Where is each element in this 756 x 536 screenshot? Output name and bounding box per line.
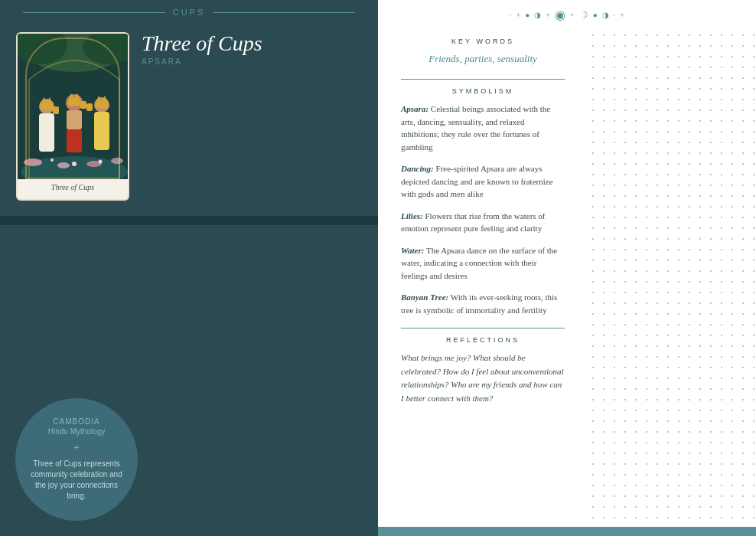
left-panel: CUPS (0, 0, 378, 536)
right-panel: · + ● ◑ + ◉ + ☽ ● ◑ · + KEY WORDS Friend… (378, 0, 756, 536)
separator-line-1 (401, 79, 565, 80)
right-main: KEY WORDS Friends, parties, sensuality S… (378, 30, 756, 527)
half-moon-icon-1: ◑ (534, 11, 541, 19)
term-lilies: Lilies: (401, 211, 423, 221)
half-moon-icon-2: ◑ (602, 11, 609, 19)
text-lilies: Flowers that rise from the waters of emo… (401, 211, 545, 234)
symbolism-item-water: Water: The Apsara dance on the surface o… (401, 244, 565, 283)
card-subtitle: APSARA (142, 57, 363, 66)
plus-icon-3: + (546, 11, 550, 19)
left-content: Three of Cups Three of Cups APSARA (0, 25, 378, 216)
symbolism-header: SYMBOLISM (401, 87, 565, 95)
full-moon-icon-2: ● (593, 11, 598, 19)
symbolism-item-lilies: Lilies: Flowers that rise from the water… (401, 210, 565, 235)
term-apsara: Apsara: (401, 104, 429, 113)
cups-label: CUPS (173, 8, 206, 17)
circle-country: CAMBODIA (53, 417, 99, 426)
moon-phases: · + ● ◑ + ◉ + ☽ ● ◑ · + (510, 8, 624, 22)
plus-icon-5: · (614, 11, 616, 19)
tarot-card-label: Three of Cups (18, 179, 128, 195)
right-top-bar: · + ● ◑ + ◉ + ☽ ● ◑ · + (378, 0, 756, 30)
reflections-section: What brings me joy? What should be celeb… (401, 351, 565, 405)
separator-line-2 (401, 328, 565, 328)
term-banyan: Banyan Tree: (401, 293, 448, 302)
large-circle-icon: ◉ (555, 8, 565, 22)
plus-icon-1: · (510, 11, 512, 19)
term-dancing: Dancing: (401, 164, 434, 173)
keywords-header: KEY WORDS (401, 38, 565, 45)
plus-icon-6: + (620, 11, 624, 19)
right-bottom-bar (378, 527, 756, 536)
dot-grid (588, 30, 756, 527)
plus-icon-4: + (570, 11, 575, 19)
tarot-card-container: Three of Cups (15, 32, 130, 201)
card-arch (25, 38, 120, 179)
content-area: KEY WORDS Friends, parties, sensuality S… (378, 30, 588, 527)
left-bottom-bar (0, 216, 378, 225)
left-top-bar: CUPS (0, 0, 378, 25)
circle-plus: + (73, 442, 80, 454)
card-title: Three of Cups (142, 32, 363, 56)
crescent-moon-icon: ☽ (579, 9, 588, 21)
left-text-col: Three of Cups APSARA (142, 32, 363, 201)
circle-info: CAMBODIA Hindu Mythology + Three of Cups… (15, 398, 138, 521)
tarot-card-image (18, 34, 128, 179)
symbolism-item-apsara: Apsara: Celestial beings associated with… (401, 103, 565, 153)
symbolism-section: Apsara: Celestial beings associated with… (401, 103, 565, 316)
plus-icon-2: + (516, 11, 521, 19)
text-water: The Apsara dance on the surface of the w… (401, 246, 557, 280)
term-water: Water: (401, 246, 424, 255)
full-moon-icon: ● (525, 11, 530, 19)
tarot-card: Three of Cups (16, 32, 129, 201)
reflections-header: REFLECTIONS (401, 336, 565, 344)
symbolism-item-banyan: Banyan Tree: With its ever-seeking roots… (401, 291, 565, 316)
circle-description: Three of Cups represents community celeb… (31, 459, 122, 502)
symbolism-item-dancing: Dancing: Free-spirited Apsara are always… (401, 162, 565, 201)
reflections-text: What brings me joy? What should be celeb… (401, 351, 565, 405)
keywords-text: Friends, parties, sensuality (401, 53, 565, 65)
circle-mythology: Hindu Mythology (48, 427, 105, 436)
